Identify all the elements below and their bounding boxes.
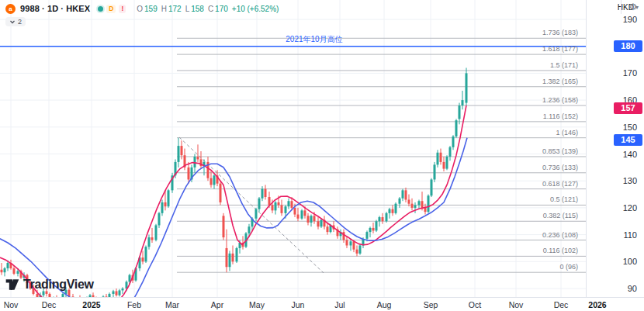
candle-body xyxy=(392,209,394,213)
price-axis[interactable]: HKD ▾ 1901701601501401301201101009018015… xyxy=(586,0,644,297)
candle-body xyxy=(379,217,381,221)
fib-level-label: 1 (146) xyxy=(556,129,578,136)
fib-level-label: 0.5 (121) xyxy=(550,195,578,203)
candle-body xyxy=(1,270,3,272)
candle-body xyxy=(272,205,274,210)
time-axis-label: 2026 xyxy=(588,300,606,309)
candle-body xyxy=(428,195,430,212)
candle-body xyxy=(434,164,436,179)
candle-body xyxy=(223,216,225,237)
candle-body xyxy=(232,254,234,261)
candle-body xyxy=(449,147,452,157)
candle-body xyxy=(265,189,267,197)
symbol-title[interactable]: 9988 · 1D · HKEX xyxy=(20,4,90,13)
time-axis[interactable]: NovDec2025FebMarAprMayJunJulAugSepOctNov… xyxy=(0,297,644,311)
fib-level-label: 0.618 (127) xyxy=(542,180,578,188)
time-axis-label: Apr xyxy=(211,300,223,309)
candle-body xyxy=(248,226,251,233)
time-axis-label: Nov xyxy=(509,300,524,309)
time-axis-label: Feb xyxy=(127,300,141,309)
price-axis-tick: 90 xyxy=(628,284,637,293)
candle-body xyxy=(414,205,417,207)
candle-body xyxy=(258,199,261,209)
alert-badge[interactable]: ! xyxy=(119,5,126,13)
close-label: C xyxy=(208,5,213,13)
fib-level-label: 0.116 (102) xyxy=(543,247,578,254)
candle-body xyxy=(421,201,424,208)
candle-body xyxy=(197,157,199,159)
candle-body xyxy=(350,241,352,245)
gear-icon[interactable]: ⚙ xyxy=(629,2,638,12)
candle-body xyxy=(113,291,115,293)
candle-body xyxy=(418,201,421,205)
tradingview-watermark[interactable]: TradingView xyxy=(5,277,94,292)
chevron-down-icon xyxy=(9,19,16,25)
candle-body xyxy=(178,146,180,162)
fib-level-label: 1.116 (152) xyxy=(543,112,578,120)
candle-body xyxy=(408,199,410,203)
candle-body xyxy=(353,241,355,249)
open-label: O xyxy=(137,5,143,13)
candle-body xyxy=(343,232,345,240)
indicators-count: 2 xyxy=(18,18,22,26)
time-axis-label: May xyxy=(249,300,265,309)
candle-body xyxy=(395,204,397,213)
candle-body xyxy=(226,248,228,267)
price-axis-badge: 157 xyxy=(614,102,642,114)
market-status-dot-icon[interactable] xyxy=(98,6,103,12)
time-axis-label: Oct xyxy=(469,300,481,309)
price-axis-badge: 180 xyxy=(614,40,642,52)
candle-body xyxy=(313,216,316,221)
price-axis-badge: 145 xyxy=(614,134,642,146)
candle-body xyxy=(148,237,151,247)
candle-body xyxy=(386,213,388,221)
candle-body xyxy=(320,220,323,227)
time-axis-label: Dec xyxy=(554,300,569,309)
time-axis-label: Dec xyxy=(42,300,57,309)
candle-body xyxy=(294,208,296,215)
candle-body xyxy=(402,190,404,198)
hline-annotation: 2021年10月高位 xyxy=(286,35,342,44)
time-axis-label: Sep xyxy=(424,300,438,309)
candle-body xyxy=(369,228,372,232)
watermark-text: TradingView xyxy=(23,278,94,292)
candle-body xyxy=(119,290,121,295)
time-axis-label: Jul xyxy=(334,300,345,309)
indicators-collapse-button[interactable]: 2 xyxy=(5,17,26,26)
candle-body xyxy=(446,157,448,169)
delayed-data-badge[interactable]: D xyxy=(106,5,116,13)
chart-pane[interactable]: a 9988 · 1D · HKEX D ! O 159 H 172 L 158… xyxy=(0,0,586,297)
candle-body xyxy=(443,162,445,169)
candle-body xyxy=(17,271,19,273)
candle-body xyxy=(310,216,313,223)
ma-fast-red[interactable] xyxy=(0,105,466,297)
candle-body xyxy=(188,168,190,180)
candle-body xyxy=(4,268,6,272)
candlestick-chart[interactable] xyxy=(0,0,586,297)
candle-body xyxy=(327,226,329,232)
low-value: 158 xyxy=(191,5,204,13)
candlestick-series xyxy=(1,67,468,297)
symbol-logo-icon: a xyxy=(5,4,16,14)
candle-body xyxy=(285,206,287,213)
candle-body xyxy=(466,73,468,102)
candle-body xyxy=(181,146,183,155)
candle-body xyxy=(213,175,216,185)
candle-body xyxy=(307,216,310,223)
ma-slow-blue[interactable] xyxy=(0,138,467,297)
fib-level-label: 0.236 (108) xyxy=(542,231,578,239)
price-axis-tick: 170 xyxy=(623,68,637,78)
candle-body xyxy=(291,201,293,208)
candle-body xyxy=(455,120,458,136)
candle-body xyxy=(301,210,303,218)
candle-body xyxy=(261,189,264,199)
tradingview-logo-icon xyxy=(5,277,20,292)
candle-body xyxy=(122,289,124,290)
candle-body xyxy=(304,210,306,216)
price-axis-tick: 100 xyxy=(623,257,637,266)
candle-body xyxy=(281,205,283,213)
chart-legend: a 9988 · 1D · HKEX D ! O 159 H 172 L 158… xyxy=(5,3,279,28)
fib-level-label: 1.236 (158) xyxy=(542,96,578,104)
candle-body xyxy=(372,228,375,230)
time-axis-label: Mar xyxy=(165,300,179,309)
